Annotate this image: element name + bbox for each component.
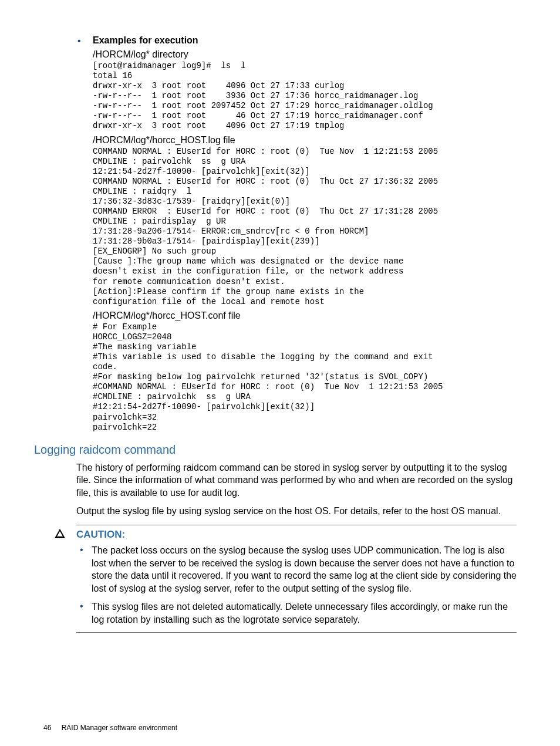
code-block-2: COMMAND NORMAL : EUserId for HORC : root… bbox=[93, 147, 517, 307]
body-paragraph-1: The history of performing raidcom comman… bbox=[76, 461, 517, 499]
caution-label: CAUTION: bbox=[76, 529, 125, 541]
caution-text-2: This syslog files are not deleted automa… bbox=[92, 600, 517, 626]
log-heading: /HORCM/log*/horcc_HOST.log file bbox=[93, 135, 517, 146]
dir-heading: /HORCM/log* directory bbox=[93, 49, 517, 60]
caution-block: CAUTION: • The packet loss occurs on the… bbox=[43, 525, 517, 633]
section-heading: Logging raidcom command bbox=[34, 443, 517, 457]
conf-heading: /HORCM/log*/horcc_HOST.conf file bbox=[93, 310, 517, 321]
examples-label: Examples for execution bbox=[93, 35, 198, 47]
code-block-1: [root@raidmanager log9]# ls l total 16 d… bbox=[93, 61, 517, 131]
caution-icon bbox=[43, 529, 76, 538]
caution-text-1: The packet loss occurs on the syslog bec… bbox=[92, 544, 517, 595]
document-page: • Examples for execution /HORCM/log* dir… bbox=[0, 0, 560, 746]
caution-bullets: • The packet loss occurs on the syslog b… bbox=[76, 544, 517, 626]
caution-rule-bottom bbox=[76, 632, 517, 633]
caution-bullet-2: • This syslog files are not deleted auto… bbox=[76, 600, 517, 626]
page-number: 46 bbox=[43, 724, 51, 732]
footer-title: RAID Manager software environment bbox=[62, 724, 177, 732]
caution-header-row: CAUTION: bbox=[43, 529, 517, 541]
code-block-3: # For Example HORCC_LOGSZ=2048 #The mask… bbox=[93, 322, 517, 433]
triangle-icon bbox=[55, 529, 65, 538]
body-paragraph-2: Output the syslog file by using syslog s… bbox=[76, 505, 517, 518]
page-footer: 46 RAID Manager software environment bbox=[43, 724, 177, 732]
bullet-icon: • bbox=[76, 600, 92, 626]
examples-bullet: • Examples for execution bbox=[77, 35, 517, 47]
caution-rule-top bbox=[76, 525, 517, 525]
caution-bullet-1: • The packet loss occurs on the syslog b… bbox=[76, 544, 517, 595]
bullet-icon: • bbox=[76, 544, 92, 595]
bullet-icon: • bbox=[77, 35, 93, 47]
